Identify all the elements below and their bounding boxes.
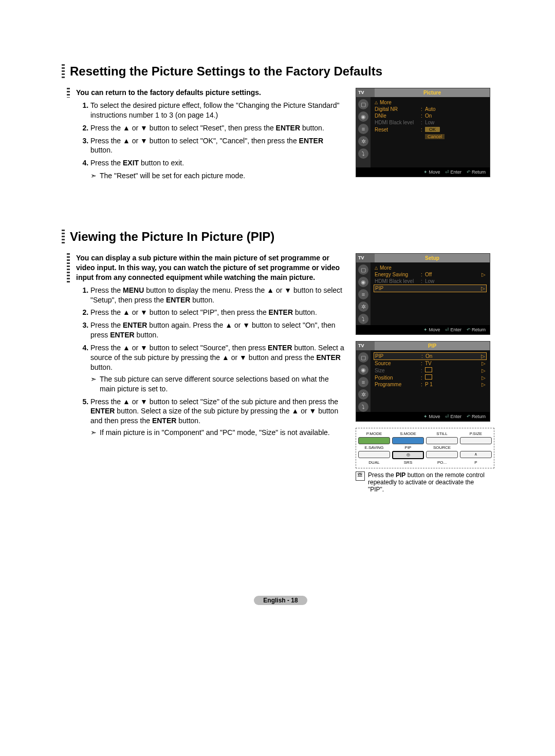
remote-button bbox=[358, 451, 390, 458]
osd-row-hdmi: HDMI Black level:Low bbox=[374, 119, 487, 126]
osd-row-energy[interactable]: Energy Saving:Off▷ bbox=[374, 271, 487, 278]
remote-label: S.MODE bbox=[392, 431, 424, 436]
s1-step3: Press the ▲ or ▼ button to select "OK", … bbox=[90, 136, 345, 156]
channel-icon: ≡ bbox=[358, 289, 368, 299]
picture-icon: ▢ bbox=[358, 264, 368, 275]
remote-note: 🕾 Press the PIP button on the remote con… bbox=[356, 471, 489, 493]
sound-icon: ◉ bbox=[358, 111, 368, 122]
osd-foot-enter: ⏎Enter bbox=[445, 169, 461, 175]
page-footer: English - 18 bbox=[62, 493, 499, 605]
remote-button bbox=[358, 437, 390, 444]
section-heading-reset: Resetting the Picture Settings to the Fa… bbox=[62, 64, 499, 79]
heading-text: Viewing the Picture In Picture (PIP) bbox=[70, 230, 274, 244]
osd-row-hdmi: HDMI Black level:Low bbox=[374, 278, 487, 285]
osd-pip-menu: TV PIP ▢ ◉ ≡ ✲ ⤵ PIP:On▷ Source:TV▷ Size… bbox=[356, 341, 490, 422]
osd-row-digitalnr[interactable]: Digital NR:Auto bbox=[374, 106, 487, 112]
s2-step4: Press the ▲ or ▼ button to select "Sourc… bbox=[90, 343, 345, 393]
picture-icon: ▢ bbox=[358, 99, 368, 109]
osd-row-size: Size:▷ bbox=[374, 367, 487, 374]
section1-content: You can return to the factory defaults p… bbox=[62, 88, 356, 183]
setup-icon: ✲ bbox=[358, 301, 368, 312]
remote-label: P.MODE bbox=[358, 431, 390, 436]
osd-row-pip[interactable]: PIP▷ bbox=[374, 285, 487, 292]
osd-row-dnie[interactable]: DNIe:On bbox=[374, 112, 487, 119]
osd-row-cancel[interactable]: Cancel bbox=[374, 133, 487, 140]
osd-row-reset[interactable]: Reset: OK bbox=[374, 126, 487, 133]
osd-row-more[interactable]: △More bbox=[374, 264, 487, 271]
osd-foot-return: ↶Return bbox=[467, 414, 486, 419]
heading-bar-icon bbox=[62, 230, 65, 244]
remote-label: E.SAVING bbox=[358, 445, 390, 450]
remote-label: STILL bbox=[426, 431, 458, 436]
s2-step3: Press the ENTER button again. Press the … bbox=[90, 320, 345, 340]
remote-button: ∧ bbox=[460, 451, 492, 458]
remote-button bbox=[426, 437, 458, 444]
sound-icon: ◉ bbox=[358, 277, 368, 287]
remote-buttons-diagram: P.MODE S.MODE STILL P.SIZE E.SAVING PIP … bbox=[356, 428, 494, 468]
s1-step4: Press the EXIT button to exit. bbox=[90, 158, 345, 168]
pip-remote-button: ◎ bbox=[392, 451, 424, 459]
osd-foot-return: ↶Return bbox=[467, 327, 486, 332]
remote-icon: 🕾 bbox=[356, 471, 365, 481]
osd-row-more[interactable]: △More bbox=[374, 99, 487, 106]
remote-label: DUAL bbox=[358, 460, 390, 465]
remote-label bbox=[460, 445, 492, 450]
section-heading-pip: Viewing the Picture In Picture (PIP) bbox=[62, 230, 499, 244]
osd-row-source[interactable]: Source:TV▷ bbox=[374, 360, 487, 367]
setup-icon: ✲ bbox=[358, 389, 368, 400]
s2-step5: Press the ▲ or ▼ button to select "Size"… bbox=[90, 397, 345, 438]
osd-foot-move: ✦Move bbox=[423, 414, 440, 419]
s1-note: ➣ The "Reset" will be set for each pictu… bbox=[90, 171, 345, 181]
osd-foot-enter: ⏎Enter bbox=[445, 414, 461, 419]
remote-button bbox=[426, 451, 458, 458]
s1-step2: Press the ▲ or ▼ button to select "Reset… bbox=[90, 123, 345, 133]
heading-text: Resetting the Picture Settings to the Fa… bbox=[70, 64, 382, 79]
intro-bar-icon bbox=[67, 253, 70, 282]
osd-title: Setup bbox=[375, 254, 490, 262]
input-icon: ⤵ bbox=[358, 402, 368, 412]
note-arrow-icon: ➣ bbox=[90, 428, 97, 438]
remote-button bbox=[460, 437, 492, 444]
osd-row-pip[interactable]: PIP:On▷ bbox=[374, 352, 487, 360]
channel-icon: ≡ bbox=[358, 124, 368, 134]
osd-foot-return: ↶Return bbox=[467, 169, 486, 175]
osd-foot-move: ✦Move bbox=[423, 327, 440, 332]
section2-intro: You can display a sub picture within the… bbox=[76, 253, 345, 282]
input-icon: ⤵ bbox=[358, 314, 368, 324]
section1-intro: You can return to the factory defaults p… bbox=[76, 88, 345, 98]
osd-foot-enter: ⏎Enter bbox=[445, 327, 461, 332]
note-arrow-icon: ➣ bbox=[90, 171, 97, 181]
note-arrow-icon: ➣ bbox=[90, 374, 97, 394]
osd-tv-label: TV bbox=[356, 254, 375, 262]
input-icon: ⤵ bbox=[358, 148, 368, 159]
remote-label: SRS bbox=[392, 460, 424, 465]
s2-step2: Press the ▲ or ▼ button to select "PIP",… bbox=[90, 308, 345, 317]
osd-picture-menu: TV Picture ▢ ◉ ≡ ✲ ⤵ △More Digital NR:Au… bbox=[356, 88, 490, 177]
remote-label: PO... bbox=[426, 460, 458, 465]
osd-foot-move: ✦Move bbox=[423, 169, 440, 175]
picture-icon: ▢ bbox=[358, 352, 368, 363]
remote-button bbox=[392, 437, 424, 444]
remote-label: P bbox=[460, 460, 492, 465]
osd-setup-menu: TV Setup ▢ ◉ ≡ ✲ ⤵ △More Energy Saving:O… bbox=[356, 253, 490, 335]
s2-step1: Press the MENU button to display the men… bbox=[90, 286, 345, 305]
osd-row-programme[interactable]: Programme:P 1▷ bbox=[374, 381, 487, 388]
osd-title: Picture bbox=[375, 88, 490, 97]
remote-label: P.SIZE bbox=[460, 431, 492, 436]
section2-content: You can display a sub picture within the… bbox=[62, 253, 356, 493]
sound-icon: ◉ bbox=[358, 365, 368, 375]
osd-tv-label: TV bbox=[356, 88, 375, 97]
channel-icon: ≡ bbox=[358, 377, 368, 387]
osd-title: PIP bbox=[375, 342, 490, 350]
heading-bar-icon bbox=[62, 64, 65, 79]
setup-icon: ✲ bbox=[358, 136, 368, 146]
s1-step1: To select the desired picture effect, fo… bbox=[90, 101, 345, 120]
remote-label: SOURCE bbox=[426, 445, 458, 450]
intro-bar-icon bbox=[67, 88, 70, 98]
osd-tv-label: TV bbox=[356, 342, 375, 350]
osd-row-position[interactable]: Position:▷ bbox=[374, 374, 487, 381]
remote-label: PIP bbox=[392, 445, 424, 450]
